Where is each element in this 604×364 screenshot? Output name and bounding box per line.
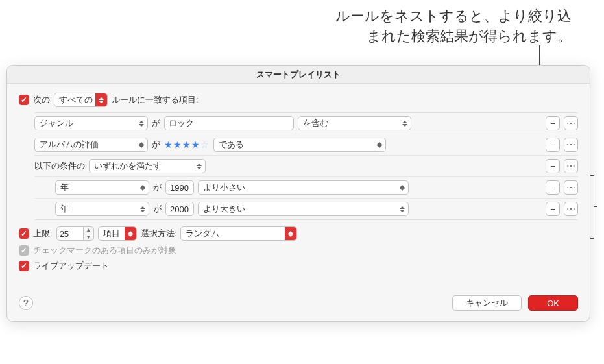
double-caret-icon [285, 227, 296, 240]
rules-area: ジャンル が ロック を含む − ⋯ アルバムの評価 [34, 112, 578, 220]
remove-rule-button[interactable]: − [546, 180, 560, 195]
minus-icon: − [550, 119, 555, 128]
rule-condition-select[interactable]: より小さい [198, 180, 409, 195]
limit-unit-value: 項目 [103, 228, 120, 239]
rule-condition-select[interactable]: より大きい [198, 202, 409, 216]
limit-method-select[interactable]: ランダム [180, 226, 297, 241]
add-nested-rule-button[interactable]: ⋯ [564, 159, 578, 173]
live-update-label: ライブアップデート [33, 260, 109, 272]
limit-stepper-group: 25 ▲ ▼ [56, 226, 94, 241]
match-suffix-label: ルールに一致する項目: [112, 94, 199, 106]
rule-field-value: アルバムの評価 [40, 139, 99, 151]
match-scope-select[interactable]: すべての [54, 93, 108, 107]
remove-rule-button[interactable]: − [546, 138, 560, 152]
limit-unit-select[interactable]: 項目 [98, 226, 137, 241]
rule-value-input[interactable]: 1990 [165, 180, 194, 195]
add-nested-rule-button[interactable]: ⋯ [564, 138, 578, 152]
limit-value-input[interactable]: 25 [56, 226, 84, 241]
ellipsis-icon: ⋯ [566, 140, 575, 149]
double-caret-icon [95, 93, 107, 106]
rule-field-value: ジャンル [40, 117, 73, 129]
ok-button[interactable]: OK [528, 295, 578, 311]
window-content: 次の すべての ルールに一致する項目: ジャンル が ロック を含む [7, 84, 590, 285]
double-caret-icon [396, 202, 408, 215]
ok-button-label: OK [547, 298, 559, 308]
rule-value-input[interactable]: 2000 [165, 202, 194, 216]
live-update-row: ライブアップデート [19, 260, 578, 272]
double-caret-icon [137, 181, 149, 194]
annotation-line2: まれた検索結果が得られます。 [367, 28, 572, 44]
limit-checkbox[interactable] [19, 228, 29, 239]
dialog-footer: ? キャンセル OK [7, 289, 590, 321]
live-update-checkbox[interactable] [19, 261, 29, 271]
rule-connector: が [152, 117, 160, 129]
remove-rule-button[interactable]: − [546, 202, 560, 216]
rule-value-text: 2000 [170, 204, 189, 214]
rule-condition-select[interactable]: を含む [298, 116, 411, 130]
rule-field-select[interactable]: 年 [55, 202, 149, 216]
limit-label: 上限: [33, 228, 53, 239]
ellipsis-icon: ⋯ [566, 119, 575, 128]
rule-row: アルバムの評価 が ★★★★☆ である − ⋯ [34, 134, 578, 156]
rule-group-row: 以下の条件の いずれかを満たす − ⋯ [34, 156, 578, 177]
smart-playlist-window: スマートプレイリスト 次の すべての ルールに一致する項目: ジャンル が ロッ… [6, 65, 590, 322]
annotation-line1: ルールをネストすると、より絞り込 [335, 8, 572, 24]
cancel-button[interactable]: キャンセル [452, 295, 522, 311]
annotation-text: ルールをネストすると、より絞り込 まれた検索結果が得られます。 [260, 6, 572, 47]
help-button[interactable]: ? [19, 296, 33, 310]
window-title: スマートプレイリスト [7, 66, 590, 84]
double-caret-icon [137, 202, 149, 215]
limit-row: 上限: 25 ▲ ▼ 項目 選択方法: ランダム [19, 226, 578, 241]
rule-row: 年 が 2000 より大きい − ⋯ [34, 199, 578, 219]
rule-value-input[interactable]: ロック [164, 116, 294, 130]
rule-row: 年 が 1990 より小さい − ⋯ [34, 177, 578, 199]
rule-connector: が [153, 203, 162, 215]
rule-connector: が [152, 139, 160, 151]
chevron-up-icon: ▲ [84, 227, 93, 234]
match-row: 次の すべての ルールに一致する項目: [19, 93, 578, 107]
checked-only-row: チェックマークのある項目のみが対象 [19, 245, 578, 256]
add-nested-rule-button[interactable]: ⋯ [564, 180, 578, 195]
match-checkbox[interactable] [19, 95, 29, 105]
double-caret-icon [136, 138, 147, 151]
checked-only-label: チェックマークのある項目のみが対象 [33, 245, 176, 256]
double-caret-icon [125, 227, 136, 240]
match-prefix-label: 次の [33, 94, 50, 106]
remove-rule-button[interactable]: − [546, 116, 560, 130]
add-nested-rule-button[interactable]: ⋯ [564, 116, 578, 130]
rule-row: ジャンル が ロック を含む − ⋯ [34, 113, 578, 134]
rule-condition-value: を含む [303, 117, 328, 129]
help-icon: ? [23, 298, 29, 308]
rule-connector: が [153, 182, 162, 193]
limit-value-text: 25 [60, 229, 69, 239]
match-scope-value: すべての [59, 94, 93, 106]
group-label: 以下の条件の [34, 160, 85, 172]
minus-icon: − [550, 140, 555, 149]
minus-icon: − [550, 204, 555, 213]
double-caret-icon [136, 117, 147, 130]
rule-field-select[interactable]: アルバムの評価 [34, 138, 148, 152]
rule-field-select[interactable]: ジャンル [34, 116, 148, 130]
add-nested-rule-button[interactable]: ⋯ [564, 202, 578, 216]
ellipsis-icon: ⋯ [566, 183, 575, 192]
rating-stars[interactable]: ★★★★☆ [164, 140, 210, 150]
ellipsis-icon: ⋯ [566, 204, 575, 213]
rule-field-select[interactable]: 年 [55, 180, 149, 195]
ellipsis-icon: ⋯ [566, 162, 575, 171]
rule-condition-value: である [219, 139, 244, 151]
annotation-bracket-tick [594, 206, 597, 207]
rule-condition-select[interactable]: である [213, 138, 386, 152]
rule-condition-value: より大きい [203, 203, 245, 215]
minus-icon: − [550, 183, 555, 192]
checked-only-checkbox [19, 245, 29, 256]
limit-method-value: ランダム [186, 228, 219, 239]
rule-field-value: 年 [60, 203, 69, 215]
rule-field-value: 年 [60, 182, 69, 193]
double-caret-icon [399, 117, 411, 130]
double-caret-icon [193, 160, 205, 173]
remove-rule-button[interactable]: − [546, 159, 560, 173]
group-mode-select[interactable]: いずれかを満たす [89, 159, 206, 173]
limit-stepper[interactable]: ▲ ▼ [84, 226, 94, 241]
chevron-down-icon: ▼ [84, 234, 93, 241]
cancel-button-label: キャンセル [466, 297, 508, 309]
